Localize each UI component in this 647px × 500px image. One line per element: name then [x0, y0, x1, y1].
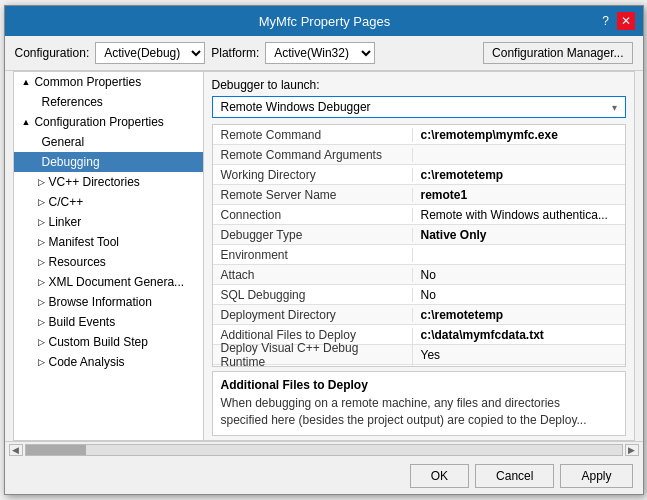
sidebar-item-linker[interactable]: ▷Linker [14, 212, 203, 232]
sidebar-item-configuration-properties[interactable]: ▲Configuration Properties [14, 112, 203, 132]
scroll-right-button[interactable]: ▶ [625, 444, 639, 456]
close-button[interactable]: ✕ [617, 12, 635, 30]
sidebar-item-resources[interactable]: ▷Resources [14, 252, 203, 272]
sidebar-item-label: References [42, 95, 103, 109]
property-name: Connection [213, 208, 413, 222]
triangle-icon: ▷ [38, 257, 45, 267]
property-name: Deployment Directory [213, 308, 413, 322]
debugger-launch-label: Debugger to launch: [212, 78, 320, 92]
sidebar-item-label: General [42, 135, 85, 149]
config-bar: Configuration: Active(Debug) Platform: A… [5, 36, 643, 71]
sidebar-item-references[interactable]: References [14, 92, 203, 112]
chevron-down-icon: ▾ [612, 102, 617, 113]
triangle-icon: ▷ [38, 237, 45, 247]
table-row[interactable]: Remote Server Nameremote1 [213, 185, 625, 205]
sidebar-item-general[interactable]: General [14, 132, 203, 152]
property-table: Remote Commandc:\remotemp\mymfc.exeRemot… [212, 124, 626, 367]
triangle-icon: ▷ [38, 217, 45, 227]
table-row[interactable]: Deploy Visual C++ Debug RuntimeYes [213, 345, 625, 365]
triangle-icon: ▷ [38, 357, 45, 367]
help-button[interactable]: ? [597, 12, 615, 30]
triangle-icon: ▲ [22, 117, 31, 127]
sidebar-item-label: Manifest Tool [49, 235, 119, 249]
debugger-select-value: Remote Windows Debugger [221, 100, 371, 114]
sidebar-item-browse-information[interactable]: ▷Browse Information [14, 292, 203, 312]
sidebar-item-code-analysis[interactable]: ▷Code Analysis [14, 352, 203, 372]
table-row[interactable]: Remote Command Arguments [213, 145, 625, 165]
triangle-icon: ▷ [38, 177, 45, 187]
ok-button[interactable]: OK [410, 464, 469, 488]
scrollbar-area: ◀ ▶ [5, 441, 643, 458]
sidebar-item-custom-build-step[interactable]: ▷Custom Build Step [14, 332, 203, 352]
apply-button[interactable]: Apply [560, 464, 632, 488]
sidebar-item-label: XML Document Genera... [49, 275, 185, 289]
dialog-title: MyMfc Property Pages [53, 14, 597, 29]
configuration-label: Configuration: [15, 46, 90, 60]
property-value: No [413, 288, 444, 302]
sidebar-item-xml-document[interactable]: ▷XML Document Genera... [14, 272, 203, 292]
debugger-select[interactable]: Remote Windows Debugger ▾ [212, 96, 626, 118]
property-value: Native Only [413, 228, 495, 242]
sidebar-item-label: Build Events [49, 315, 116, 329]
triangle-icon: ▲ [22, 77, 31, 87]
sidebar-item-common-properties[interactable]: ▲Common Properties [14, 72, 203, 92]
sidebar-item-label: Common Properties [34, 75, 141, 89]
info-box: Additional Files to Deploy When debuggin… [212, 371, 626, 436]
info-box-title: Additional Files to Deploy [221, 378, 617, 392]
property-name: Environment [213, 248, 413, 262]
main-area: ▲Common PropertiesReferences▲Configurati… [13, 71, 635, 441]
scrollbar-thumb [26, 445, 86, 455]
table-row[interactable]: ConnectionRemote with Windows authentica… [213, 205, 625, 225]
horizontal-scrollbar[interactable] [25, 444, 623, 456]
bottom-bar: OK Cancel Apply [5, 458, 643, 494]
property-name: Remote Command [213, 128, 413, 142]
property-value: c:\remotetemp [413, 308, 512, 322]
table-row[interactable]: Deployment Directoryc:\remotetemp [213, 305, 625, 325]
property-value: c:\data\mymfcdata.txt [413, 328, 552, 342]
config-manager-button[interactable]: Configuration Manager... [483, 42, 632, 64]
property-name: Remote Server Name [213, 188, 413, 202]
property-value: Remote with Windows authentica... [413, 208, 616, 222]
sidebar-item-label: Resources [49, 255, 106, 269]
sidebar-item-manifest-tool[interactable]: ▷Manifest Tool [14, 232, 203, 252]
property-name: Remote Command Arguments [213, 148, 413, 162]
sidebar-item-label: Browse Information [49, 295, 152, 309]
triangle-icon: ▷ [38, 337, 45, 347]
scroll-left-button[interactable]: ◀ [9, 444, 23, 456]
property-value: remote1 [413, 188, 476, 202]
table-row[interactable]: SQL DebuggingNo [213, 285, 625, 305]
sidebar: ▲Common PropertiesReferences▲Configurati… [14, 72, 204, 440]
sidebar-item-label: Debugging [42, 155, 100, 169]
sidebar-item-build-events[interactable]: ▷Build Events [14, 312, 203, 332]
sidebar-item-label: C/C++ [49, 195, 84, 209]
property-name: Debugger Type [213, 228, 413, 242]
debugger-launch-row: Debugger to launch: [204, 72, 634, 96]
configuration-select[interactable]: Active(Debug) [95, 42, 205, 64]
property-value: No [413, 268, 444, 282]
triangle-icon: ▷ [38, 197, 45, 207]
property-name: Attach [213, 268, 413, 282]
sidebar-item-c-cpp[interactable]: ▷C/C++ [14, 192, 203, 212]
sidebar-item-label: Linker [49, 215, 82, 229]
triangle-icon: ▷ [38, 277, 45, 287]
sidebar-item-label: VC++ Directories [49, 175, 140, 189]
sidebar-item-vc-directories[interactable]: ▷VC++ Directories [14, 172, 203, 192]
table-row[interactable]: Remote Commandc:\remotemp\mymfc.exe [213, 125, 625, 145]
title-controls: ? ✕ [597, 12, 635, 30]
property-pages-dialog: MyMfc Property Pages ? ✕ Configuration: … [4, 5, 644, 495]
triangle-icon: ▷ [38, 317, 45, 327]
debugger-select-row: Remote Windows Debugger ▾ [204, 96, 634, 124]
sidebar-item-label: Code Analysis [49, 355, 125, 369]
property-name: Deploy Visual C++ Debug Runtime [213, 341, 413, 368]
platform-select[interactable]: Active(Win32) [265, 42, 375, 64]
table-row[interactable]: Environment [213, 245, 625, 265]
sidebar-item-debugging[interactable]: Debugging [14, 152, 203, 172]
table-row[interactable]: AttachNo [213, 265, 625, 285]
triangle-icon: ▷ [38, 297, 45, 307]
info-box-text: When debugging on a remote machine, any … [221, 395, 617, 429]
property-name: Working Directory [213, 168, 413, 182]
cancel-button[interactable]: Cancel [475, 464, 554, 488]
table-row[interactable]: Working Directoryc:\remotetemp [213, 165, 625, 185]
sidebar-item-label: Custom Build Step [49, 335, 148, 349]
table-row[interactable]: Debugger TypeNative Only [213, 225, 625, 245]
